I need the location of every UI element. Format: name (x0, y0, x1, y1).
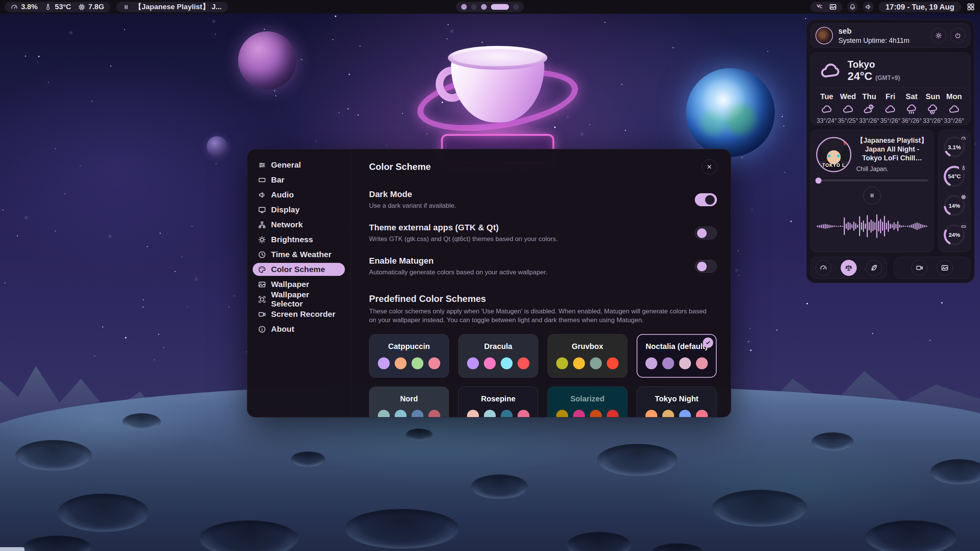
setting-description: Writes GTK (gtk.css) and Qt (qt6ct) them… (369, 235, 558, 243)
frame-icon (258, 295, 266, 303)
media-player-card: TOKYO L 【Japanese Playlist】 Japan All Ni… (810, 130, 934, 252)
sidebar-item-color-scheme[interactable]: Color Scheme (253, 263, 345, 276)
scheme-card[interactable]: Tokyo Night (637, 386, 717, 417)
scheme-card[interactable]: Nord (369, 386, 449, 417)
swatch-row (645, 357, 708, 369)
bell-icon (849, 3, 856, 10)
sidebar-item-network[interactable]: Network (253, 218, 345, 231)
sidebar-item-brightness[interactable]: Brightness (253, 233, 345, 246)
avatar (815, 27, 833, 44)
screen-recorder-button[interactable] (911, 260, 928, 276)
scheme-card[interactable]: Gruvbox (547, 334, 627, 378)
system-stat-value: 7.8G (88, 3, 104, 11)
sidebar-item-label: Brightness (271, 235, 313, 244)
balanced-profile-button[interactable] (841, 260, 857, 276)
volume-button[interactable] (863, 2, 874, 12)
crater (651, 543, 704, 551)
workspace-dot[interactable] (471, 4, 477, 10)
toggle-knob (697, 228, 707, 238)
seek-slider[interactable] (816, 179, 928, 181)
control-panel: seb System Uptime: 4h11m Tokyo 24°C (GMT… (806, 19, 975, 283)
sidebar-item-audio[interactable]: Audio (253, 188, 345, 201)
media-pill[interactable]: 【Japanese Playlist】 J... (116, 2, 228, 12)
tray-pill (810, 2, 842, 12)
toggle-switch[interactable] (695, 260, 717, 273)
swatch-row (378, 410, 440, 417)
swatch (501, 357, 513, 369)
forecast-day: Fri 35°/26° (880, 92, 901, 124)
forecast-day-label: Sat (906, 92, 918, 101)
setting-title: Enable Matugen (369, 256, 547, 266)
gauge-icon (820, 264, 827, 272)
sidebar-item-wallpaper[interactable]: Wallpaper (253, 278, 345, 291)
wallpaper-button[interactable] (937, 260, 953, 276)
utilities-group (894, 257, 970, 279)
sidebar-item-general[interactable]: General (253, 158, 345, 171)
cloud-icon (820, 60, 841, 81)
forecast-temps: 33°/24° (817, 117, 837, 124)
forecast-day-label: Wed (840, 92, 856, 101)
sidebar-item-about[interactable]: About (253, 323, 345, 336)
setting-title: Theme external apps (GTK & Qt) (369, 223, 558, 233)
system-stats-pill[interactable]: 3.8% 53°C 7.8G (5, 2, 110, 12)
swatch-row (467, 357, 529, 369)
notifications-button[interactable] (847, 2, 858, 12)
gauge-icon (11, 3, 18, 11)
swatch (573, 357, 585, 369)
scheme-card[interactable]: Solarized (547, 386, 627, 417)
monitor-icon (258, 206, 266, 214)
image-icon[interactable] (829, 3, 837, 11)
disk-icon (959, 222, 968, 231)
play-pause-button[interactable] (863, 187, 881, 204)
toggle-switch[interactable] (695, 193, 717, 206)
scheme-card[interactable]: Dracula (458, 334, 538, 378)
scheme-name: Tokyo Night (655, 395, 698, 403)
settings-button[interactable] (931, 28, 946, 43)
toggle-switch[interactable] (695, 227, 717, 240)
speaker-icon (258, 191, 266, 199)
toggle-knob (697, 262, 707, 271)
swatch (696, 410, 708, 417)
workspace-dot[interactable] (491, 4, 509, 10)
app-launcher-button[interactable] (966, 2, 975, 11)
sidebar-item-time-weather[interactable]: Time & Weather (253, 248, 345, 261)
crater (406, 429, 433, 441)
scheme-card[interactable]: Catppuccin (369, 334, 449, 378)
crater (23, 536, 92, 551)
power-button[interactable] (950, 28, 965, 43)
swatch (607, 357, 619, 369)
seek-knob[interactable] (815, 178, 822, 184)
close-button[interactable] (702, 159, 717, 174)
swatch (467, 410, 479, 417)
swatch (518, 357, 529, 369)
swatch (590, 357, 602, 369)
sidebar-item-wallpaper-selector[interactable]: Wallpaper Selector (253, 293, 345, 306)
clock[interactable]: 17:09 - Tue, 19 Aug (879, 2, 961, 12)
workspace-indicator (456, 2, 524, 12)
forecast-day: Wed 35°/25° (837, 92, 858, 124)
sidebar-item-screen-recorder[interactable]: Screen Recorder (253, 308, 345, 321)
power-profile-group (810, 257, 887, 279)
album-art: TOKYO L (816, 137, 851, 172)
system-stat-value: 3.8% (21, 3, 38, 11)
grid-icon (967, 3, 975, 11)
tray-app-icon[interactable] (816, 3, 823, 11)
sidebar-item-display[interactable]: Display (253, 203, 345, 216)
workspace-dot[interactable] (513, 4, 519, 10)
sidebar-item-bar[interactable]: Bar (253, 173, 345, 186)
workspace-dot[interactable] (481, 4, 487, 10)
performance-profile-button[interactable] (815, 260, 831, 276)
scheme-card[interactable]: Rosepine (458, 386, 538, 417)
workspace-dot[interactable] (461, 4, 467, 10)
speaker-icon (865, 3, 872, 10)
scheme-card[interactable]: Noctalia (default) (637, 334, 717, 378)
swatch (556, 357, 568, 369)
swatch (395, 410, 407, 417)
power-saver-profile-button[interactable] (866, 260, 882, 276)
swatch (696, 357, 708, 369)
clock-icon (258, 251, 266, 259)
stat-gauge: 54°C (942, 165, 966, 188)
forecast-temps: 35°/26° (880, 117, 901, 124)
setting-title: Dark Mode (369, 189, 456, 199)
swatch (662, 357, 674, 369)
